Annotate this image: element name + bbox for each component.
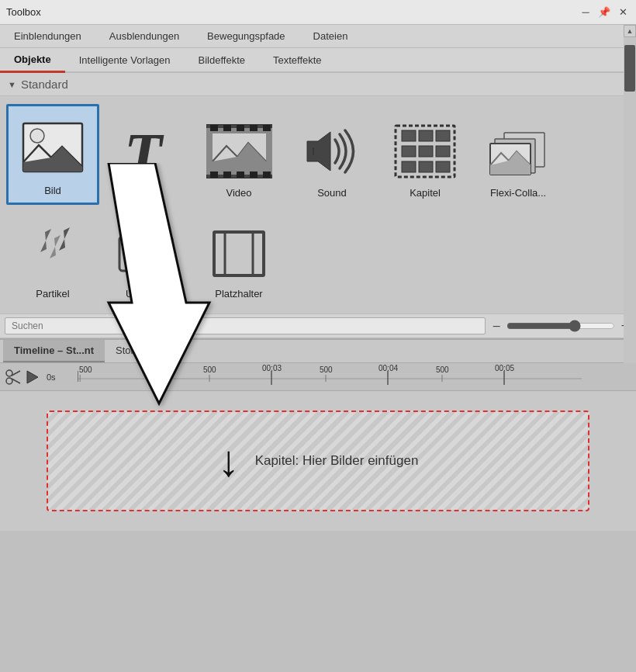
svg-text:00:02: 00:02 [146, 364, 165, 372]
svg-rect-21 [436, 130, 450, 141]
svg-rect-23 [419, 146, 433, 157]
svg-marker-32 [50, 235, 60, 258]
tool-text[interactable]: T Text [99, 104, 192, 205]
tab-einblendungen[interactable]: Einblendungen [0, 25, 95, 47]
svg-rect-5 [210, 125, 218, 131]
platzhalter-icon [204, 219, 274, 285]
scissors-icon [5, 369, 22, 386]
playhead-icon [24, 369, 41, 386]
svg-rect-37 [149, 254, 155, 260]
ruler-marks: 500 | 00:02 500 00:03 500 00:04 500 00:0… [78, 363, 636, 390]
tool-platzhalter[interactable]: Platzhalter [192, 205, 285, 306]
platzhalter-label: Platzhalter [215, 288, 262, 300]
svg-marker-33 [59, 227, 70, 251]
pin-button[interactable]: 📌 [597, 5, 611, 19]
untertitel-icon [111, 219, 181, 285]
svg-rect-12 [237, 171, 244, 178]
bild-label: Bild [44, 185, 61, 196]
svg-rect-7 [237, 125, 244, 131]
svg-rect-25 [402, 161, 416, 172]
tab-texteffekte[interactable]: Texteffekte [259, 48, 336, 71]
drop-zone-text: Kapitel: Hier Bilder einfügen [255, 453, 419, 469]
svg-text:T: T [124, 122, 164, 180]
text-icon: T [111, 118, 181, 184]
video-label: Video [226, 187, 251, 199]
title-bar: Toolbox ─ 📌 ✕ [0, 0, 636, 25]
svg-rect-20 [419, 130, 433, 141]
tab-bewegungspfade[interactable]: Bewegungspfade [193, 25, 299, 47]
flexi-colla-icon [483, 118, 553, 184]
tabs-row2: Objekte Intelligente Vorlagen Bildeffekt… [0, 48, 636, 73]
tool-bild[interactable]: Bild [6, 104, 99, 205]
zoom-minus-button[interactable]: – [490, 319, 503, 333]
search-bar: – + [0, 313, 636, 338]
tab-objekte[interactable]: Objekte [0, 48, 65, 73]
window-controls: ─ 📌 ✕ [579, 5, 630, 19]
section-header[interactable]: ▼ Standard [0, 73, 636, 96]
tab-intelligente-vorlagen[interactable]: Intelligente Vorlagen [65, 48, 185, 71]
kapitel-label: Kapitel [410, 187, 441, 199]
scrollbar-thumb[interactable] [624, 45, 635, 92]
partikel-icon [18, 219, 88, 285]
close-button[interactable]: ✕ [616, 5, 630, 19]
tab-timeline[interactable]: Timeline – St...nt [3, 340, 105, 362]
svg-marker-38 [140, 271, 152, 277]
toolbox-content: Bild T Text [0, 96, 636, 313]
svg-rect-27 [436, 161, 450, 172]
svg-rect-24 [436, 146, 450, 157]
partikel-label: Partikel [36, 288, 69, 300]
scrollbar-up-button[interactable]: ▲ [624, 25, 636, 37]
svg-point-1 [30, 129, 44, 143]
bild-icon [18, 116, 88, 182]
timeline-tabs: Timeline – St...nt Storyboard [0, 340, 636, 363]
window-title: Toolbox [6, 6, 41, 18]
tool-untertitel[interactable]: Untertitel [99, 205, 192, 306]
text-label: Text [137, 187, 155, 199]
flexi-colla-label: Flexi-Colla... [490, 187, 546, 199]
section-title: Standard [21, 78, 68, 91]
video-icon [204, 118, 274, 184]
svg-rect-35 [130, 254, 137, 260]
tab-bildeffekte[interactable]: Bildeffekte [185, 48, 259, 71]
svg-rect-36 [140, 254, 146, 260]
tool-partikel[interactable]: Partikel [6, 205, 99, 306]
svg-point-42 [6, 378, 12, 384]
timecode: 0s [43, 372, 56, 382]
svg-point-43 [6, 370, 12, 376]
svg-marker-46 [27, 371, 38, 383]
svg-rect-9 [263, 125, 271, 131]
tool-sound[interactable]: Sound [285, 104, 378, 205]
svg-rect-8 [250, 125, 258, 131]
svg-text:00:03: 00:03 [262, 364, 282, 372]
zoom-slider[interactable] [506, 320, 615, 332]
svg-rect-6 [223, 125, 231, 131]
search-input[interactable] [5, 317, 486, 334]
svg-text:500: 500 [79, 365, 92, 374]
ruler-svg: 500 | 00:02 500 00:03 500 00:04 500 00:0… [78, 363, 582, 391]
minimize-button[interactable]: ─ [579, 5, 593, 19]
tool-kapitel[interactable]: Kapitel [378, 104, 472, 205]
svg-rect-10 [210, 171, 218, 178]
svg-text:00:05: 00:05 [495, 364, 514, 372]
svg-rect-22 [402, 146, 416, 157]
svg-rect-19 [402, 130, 416, 141]
svg-text:500: 500 [436, 365, 449, 374]
tool-video[interactable]: Video [192, 104, 285, 205]
ruler-controls: 0s [0, 369, 78, 386]
svg-rect-34 [119, 237, 172, 271]
sound-label: Sound [317, 187, 347, 199]
tab-ausblendungen[interactable]: Ausblendungen [95, 25, 193, 47]
tab-storyboard[interactable]: Storyboard [105, 340, 176, 362]
svg-text:00:04: 00:04 [378, 364, 398, 372]
timeline-section: Timeline – St...nt Storyboard 0s [0, 338, 636, 531]
tab-dateien[interactable]: Dateien [299, 25, 362, 47]
svg-rect-11 [223, 171, 231, 178]
svg-text:|: | [79, 374, 81, 382]
sound-icon [297, 118, 367, 184]
svg-rect-39 [214, 232, 264, 275]
svg-rect-13 [250, 171, 258, 178]
tool-flexi-colla[interactable]: Flexi-Colla... [472, 104, 565, 205]
zoom-bar: – + [490, 319, 631, 333]
svg-text:500: 500 [320, 365, 333, 374]
tabs-row1: Einblendungen Ausblendungen Bewegungspfa… [0, 25, 636, 48]
